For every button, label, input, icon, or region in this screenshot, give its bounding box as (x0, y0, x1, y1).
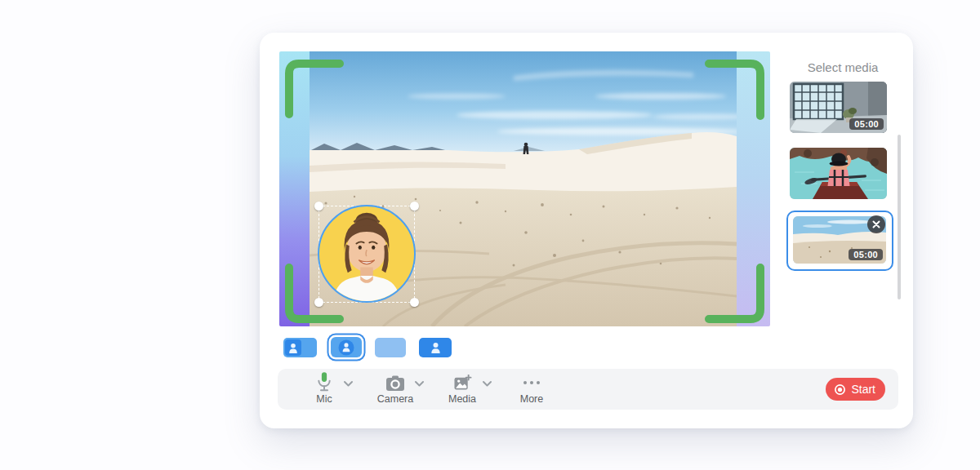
media-dropdown-chevron-icon[interactable] (480, 378, 493, 389)
media-panel: Select media (777, 51, 908, 368)
camera-dropdown-chevron-icon[interactable] (412, 378, 425, 389)
more-button[interactable]: More (506, 374, 558, 405)
add-media-icon (453, 374, 472, 392)
remove-media-button[interactable] (867, 215, 885, 233)
person-icon (430, 342, 441, 353)
recorder-window: Select media (260, 33, 913, 428)
ellipsis-icon (522, 374, 541, 392)
more-label: More (520, 393, 543, 405)
microphone-icon (315, 374, 333, 392)
layout-screen-only[interactable] (375, 338, 406, 357)
media-label: Media (448, 393, 476, 405)
media-panel-title: Select media (777, 60, 908, 74)
media-thumbnail-kayak[interactable] (790, 148, 887, 199)
duration-badge: 05:00 (849, 118, 884, 130)
duration-badge: 05:00 (849, 249, 883, 260)
resize-handle-top-left[interactable] (314, 202, 323, 211)
mic-label: Mic (316, 393, 332, 405)
person-circle-icon (339, 339, 354, 355)
camera-bubble[interactable] (318, 205, 416, 303)
layout-camera-corner-circle[interactable] (331, 337, 362, 357)
page-background: Select media (0, 0, 980, 470)
control-toolbar: Mic Camera (278, 369, 898, 410)
sidebar-scrollbar[interactable] (898, 135, 901, 299)
resize-handle-bottom-right[interactable] (410, 298, 419, 307)
record-icon (834, 384, 846, 396)
start-label: Start (851, 383, 875, 396)
layout-camera-corner-square[interactable] (283, 338, 317, 357)
camera-icon (385, 374, 405, 392)
start-recording-button[interactable]: Start (826, 378, 885, 401)
preview-canvas (279, 51, 770, 326)
camera-label: Camera (377, 393, 413, 405)
resize-handle-top-right[interactable] (410, 202, 419, 211)
gradient-backdrop-right (737, 51, 770, 326)
media-thumbnail-desert-selected[interactable]: 05:00 (786, 211, 893, 271)
media-thumbnail-loft[interactable]: 05:00 (790, 82, 887, 133)
gradient-backdrop-left (279, 51, 310, 326)
person-square-icon (285, 339, 301, 356)
mic-dropdown-chevron-icon[interactable] (341, 378, 354, 389)
resize-handle-bottom-left[interactable] (314, 298, 323, 307)
close-icon (872, 220, 880, 228)
layout-camera-only[interactable] (419, 338, 452, 357)
